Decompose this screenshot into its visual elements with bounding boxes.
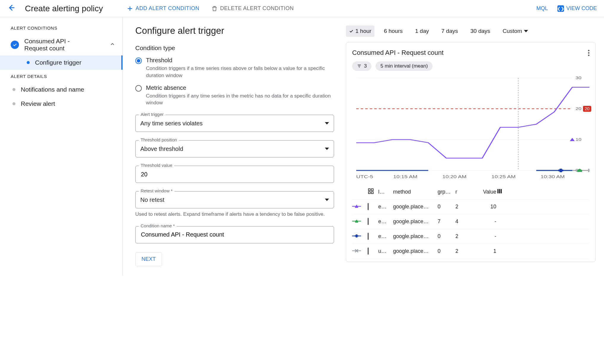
svg-rect-12 — [558, 170, 563, 171]
range-1hour[interactable]: 1 hour — [346, 25, 374, 37]
caret-down-icon — [325, 148, 329, 150]
radio-absence-desc: Condition triggers if any time series in… — [146, 92, 334, 107]
mql-button[interactable]: MQL — [536, 5, 548, 12]
sidebar-item-label: Consumed API -Request count — [24, 38, 70, 52]
caret-down-icon — [325, 199, 329, 201]
threshold-value-input[interactable]: Threshold value — [135, 166, 334, 183]
table-row[interactable]: u…google.place…021 — [352, 244, 589, 259]
delete-alert-condition-button[interactable]: DELETE ALERT CONDITION — [211, 5, 294, 12]
range-6hours[interactable]: 6 hours — [381, 25, 406, 37]
threshold-position-select[interactable]: Threshold position Above threshold — [135, 140, 334, 157]
row-checkbox[interactable] — [368, 233, 369, 240]
chart-panel: Consumed API - Request count 3 5 min int… — [346, 42, 596, 262]
time-range-picker: 1 hour 6 hours 1 day 7 days 30 days Cust… — [346, 25, 596, 37]
svg-rect-22 — [368, 192, 370, 194]
series-marker-icon — [352, 248, 361, 254]
check-circle-icon — [11, 41, 19, 49]
bullet-icon — [12, 102, 15, 105]
table-row[interactable]: e…google.place…0210 — [352, 199, 589, 214]
trash-icon — [211, 5, 218, 12]
range-30days[interactable]: 30 days — [468, 25, 493, 37]
table-row[interactable]: e…google.place…74- — [352, 214, 589, 229]
table-header: l… method grp… r Value — [352, 185, 589, 199]
series-marker-icon — [352, 233, 361, 240]
svg-rect-20 — [368, 189, 370, 191]
svg-text:10:15 AM: 10:15 AM — [393, 175, 418, 179]
page-title: Create alerting policy — [25, 4, 103, 13]
svg-rect-23 — [371, 192, 373, 194]
radio-threshold-desc: Condition triggers if a time series rise… — [146, 65, 334, 79]
radio-absence-label: Metric absence — [146, 84, 334, 91]
svg-text:30: 30 — [576, 76, 581, 80]
code-icon: ❮❯ — [557, 5, 564, 12]
range-7days[interactable]: 7 days — [438, 25, 461, 37]
sidebar-item-label: Notifications and name — [21, 86, 84, 93]
svg-text:10:25 AM: 10:25 AM — [492, 175, 516, 179]
svg-rect-26 — [501, 189, 502, 194]
svg-rect-24 — [497, 189, 499, 194]
row-checkbox[interactable] — [368, 218, 369, 225]
svg-rect-21 — [371, 189, 373, 191]
svg-rect-25 — [499, 189, 500, 194]
subsection-title: Condition type — [135, 44, 334, 52]
sidebar-item-label: Review alert — [21, 100, 55, 107]
svg-text:UTC-5: UTC-5 — [356, 175, 373, 179]
radio-threshold[interactable] — [135, 58, 142, 64]
sidebar-item-condition[interactable]: Consumed API -Request count — [0, 34, 123, 55]
radio-metric-absence[interactable] — [135, 85, 142, 92]
bullet-icon — [12, 88, 15, 91]
interval-chip[interactable]: 5 min interval (mean) — [376, 61, 433, 71]
sidebar: ALERT CONDITIONS Consumed API -Request c… — [0, 17, 123, 276]
filter-icon — [357, 64, 362, 68]
filter-chip[interactable]: 3 — [352, 61, 371, 71]
plus-icon — [127, 5, 133, 12]
sidebar-item-notifications[interactable]: Notifications and name — [0, 82, 123, 97]
columns-icon[interactable] — [496, 188, 503, 194]
sidebar-header-conditions: ALERT CONDITIONS — [0, 25, 123, 34]
table-row[interactable]: e…google.place…02- — [352, 229, 589, 244]
add-alert-condition-button[interactable]: ADD ALERT CONDITION — [127, 5, 199, 12]
svg-text:10:30 AM: 10:30 AM — [541, 175, 565, 179]
row-checkbox[interactable] — [368, 203, 369, 210]
alert-trigger-select[interactable]: Alert trigger Any time series violates — [135, 115, 334, 132]
svg-text:10: 10 — [576, 137, 581, 141]
series-marker-icon — [352, 218, 361, 225]
chart: 0102030UTC-510:15 AM10:20 AM10:25 AM10:3… — [352, 76, 589, 182]
svg-text:20: 20 — [576, 106, 581, 111]
retest-helper: Used to retest alerts. Expand timeframe … — [135, 211, 334, 218]
view-code-button[interactable]: ❮❯ VIEW CODE — [557, 5, 597, 12]
bullet-icon — [27, 61, 30, 64]
svg-text:10:20 AM: 10:20 AM — [442, 175, 467, 179]
next-button[interactable]: NEXT — [135, 252, 162, 266]
range-1day[interactable]: 1 day — [412, 25, 432, 37]
sidebar-item-label: Configure trigger — [35, 59, 81, 66]
radio-threshold-label: Threshold — [146, 57, 334, 64]
chart-title: Consumed API - Request count — [352, 49, 444, 57]
legend-table: l… method grp… r Value e…google.place…02… — [352, 185, 589, 259]
caret-down-icon — [325, 122, 329, 124]
range-custom[interactable]: Custom — [500, 25, 531, 37]
check-icon — [349, 29, 354, 33]
kebab-menu-icon[interactable] — [588, 50, 589, 56]
sidebar-header-details: ALERT DETAILS — [0, 74, 123, 82]
section-title: Configure alert trigger — [135, 25, 334, 36]
threshold-badge: 20 — [583, 106, 591, 112]
back-arrow-icon[interactable] — [7, 4, 15, 13]
caret-down-icon — [524, 30, 528, 32]
condition-name-input[interactable]: Condition name * — [135, 226, 334, 243]
grid-view-icon[interactable] — [368, 188, 374, 194]
sidebar-item-configure-trigger[interactable]: Configure trigger — [0, 55, 123, 70]
retest-window-select[interactable]: Retest window * No retest — [135, 191, 334, 208]
sidebar-item-review[interactable]: Review alert — [0, 97, 123, 111]
chevron-up-icon[interactable] — [109, 41, 115, 49]
row-checkbox[interactable] — [368, 248, 369, 255]
series-marker-icon — [352, 204, 361, 210]
